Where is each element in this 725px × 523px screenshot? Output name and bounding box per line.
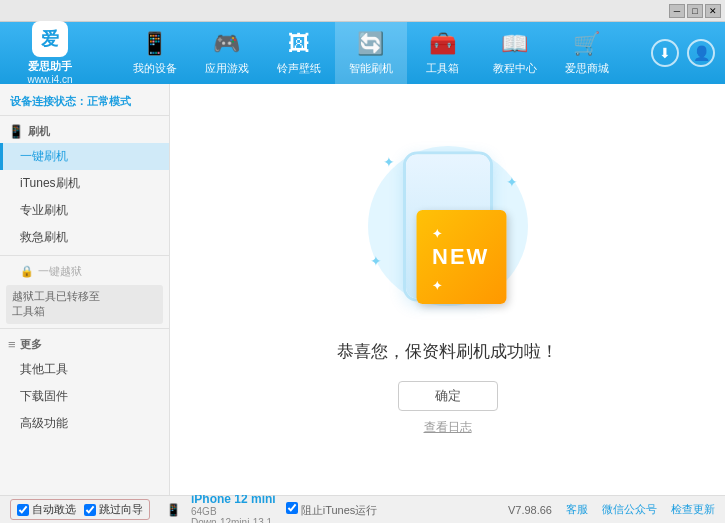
device-icon: 📱 [166, 503, 181, 517]
ringtones-icon: 🖼 [288, 31, 310, 57]
itunes-status: 阻止iTunes运行 [286, 502, 378, 518]
nav-toolbox-label: 工具箱 [426, 61, 459, 76]
nav-my-device-label: 我的设备 [133, 61, 177, 76]
sidebar-item-advanced[interactable]: 高级功能 [0, 410, 169, 437]
jailbreak-label: 一键越狱 [38, 264, 82, 279]
sidebar-item-save-flash[interactable]: 救急刷机 [0, 224, 169, 251]
user-button[interactable]: 👤 [687, 39, 715, 67]
status-value: 正常模式 [87, 95, 131, 107]
device-info-group: 📱 iPhone 12 mini 64GB Down-12mini-13.1 [166, 492, 276, 524]
flash-section-label: 刷机 [28, 124, 50, 139]
weibo-store-icon: 🛒 [573, 31, 600, 57]
wechat-link[interactable]: 微信公众号 [602, 502, 657, 517]
sparkle-3: ✦ [370, 253, 382, 269]
flash-section-header: 📱 刷机 [0, 120, 169, 143]
itunes-checkbox[interactable] [286, 502, 298, 514]
logo-name: 爱思助手 [28, 59, 72, 74]
nav-ringtones[interactable]: 🖼 铃声壁纸 [263, 22, 335, 84]
skip-wizard-checkbox[interactable] [84, 504, 96, 516]
skip-wizard-checkbox-label[interactable]: 跳过向导 [84, 502, 143, 517]
sidebar-divider-2 [0, 328, 169, 329]
more-section-label: 更多 [20, 337, 42, 352]
sidebar-item-download-firmware[interactable]: 下载固件 [0, 383, 169, 410]
skip-wizard-label: 跳过向导 [99, 502, 143, 517]
logo-icon: 爱 [32, 21, 68, 57]
nav-apps-games-label: 应用游戏 [205, 61, 249, 76]
bottom-bar: 自动敢选 跳过向导 📱 iPhone 12 mini 64GB Down-12m… [0, 495, 725, 523]
nav-tutorial-label: 教程中心 [493, 61, 537, 76]
auto-jump-checkbox-label[interactable]: 自动敢选 [17, 502, 76, 517]
content-area: 📱 ✦ ✦ ✦ NEW 恭喜您，保资料刷机成功啦！ 确定 查看日志 [170, 84, 725, 495]
auto-jump-label: 自动敢选 [32, 502, 76, 517]
sidebar-item-one-click-flash[interactable]: 一键刷机 [0, 143, 169, 170]
download-button[interactable]: ⬇ [651, 39, 679, 67]
itunes-label: 阻止iTunes运行 [301, 504, 378, 516]
nav-smart-flash[interactable]: 🔄 智能刷机 [335, 22, 407, 84]
more-section-header: ≡ 更多 [0, 333, 169, 356]
header: 爱 爱思助手 www.i4.cn 📱 我的设备 🎮 应用游戏 🖼 铃声壁纸 🔄 … [0, 22, 725, 84]
device-status: 设备连接状态：正常模式 [0, 90, 169, 116]
sidebar-item-pro-flash[interactable]: 专业刷机 [0, 197, 169, 224]
nav-bar: 📱 我的设备 🎮 应用游戏 🖼 铃声壁纸 🔄 智能刷机 🧰 工具箱 📖 教程中心… [90, 22, 651, 84]
device-info: iPhone 12 mini 64GB Down-12mini-13.1 [191, 492, 276, 524]
window-controls[interactable]: ─ □ ✕ [669, 4, 721, 18]
smart-flash-icon: 🔄 [357, 31, 384, 57]
sidebar-divider-1 [0, 255, 169, 256]
version-text: V7.98.66 [508, 504, 552, 516]
title-bar: ─ □ ✕ [0, 0, 725, 22]
main-layout: 设备连接状态：正常模式 📱 刷机 一键刷机 iTunes刷机 专业刷机 救急刷机… [0, 84, 725, 495]
nav-toolbox[interactable]: 🧰 工具箱 [407, 22, 479, 84]
auto-jump-checkbox[interactable] [17, 504, 29, 516]
sidebar: 设备连接状态：正常模式 📱 刷机 一键刷机 iTunes刷机 专业刷机 救急刷机… [0, 84, 170, 495]
success-illustration: 📱 ✦ ✦ ✦ NEW [358, 144, 538, 324]
sparkle-2: ✦ [506, 174, 518, 190]
checkbox-group: 自动敢选 跳过向导 [10, 499, 150, 520]
maximize-button[interactable]: □ [687, 4, 703, 18]
sparkle-1: ✦ [383, 154, 395, 170]
sidebar-item-itunes-flash[interactable]: iTunes刷机 [0, 170, 169, 197]
jailbreak-section-header: 🔒 一键越狱 [0, 260, 169, 283]
view-daily-link[interactable]: 查看日志 [424, 419, 472, 436]
header-right-controls: ⬇ 👤 [651, 39, 715, 67]
nav-smart-flash-label: 智能刷机 [349, 61, 393, 76]
tutorial-icon: 📖 [501, 31, 528, 57]
logo: 爱 爱思助手 www.i4.cn [10, 21, 90, 85]
apps-games-icon: 🎮 [213, 31, 240, 57]
sidebar-item-other-tools[interactable]: 其他工具 [0, 356, 169, 383]
nav-my-device[interactable]: 📱 我的设备 [119, 22, 191, 84]
nav-weibo-store[interactable]: 🛒 爱思商城 [551, 22, 623, 84]
minimize-button[interactable]: ─ [669, 4, 685, 18]
nav-weibo-store-label: 爱思商城 [565, 61, 609, 76]
customer-service-link[interactable]: 客服 [566, 502, 588, 517]
my-device-icon: 📱 [141, 31, 168, 57]
more-section-icon: ≡ [8, 337, 16, 352]
bottom-right: V7.98.66 客服 微信公众号 检查更新 [508, 502, 715, 517]
logo-char: 爱 [41, 27, 59, 51]
lock-icon: 🔒 [20, 265, 34, 278]
jailbreak-note: 越狱工具已转移至工具箱 [6, 285, 163, 324]
success-message: 恭喜您，保资料刷机成功啦！ [337, 340, 558, 363]
new-badge: NEW [416, 210, 506, 304]
check-update-link[interactable]: 检查更新 [671, 502, 715, 517]
nav-ringtones-label: 铃声壁纸 [277, 61, 321, 76]
nav-apps-games[interactable]: 🎮 应用游戏 [191, 22, 263, 84]
close-button[interactable]: ✕ [705, 4, 721, 18]
nav-tutorial[interactable]: 📖 教程中心 [479, 22, 551, 84]
confirm-button[interactable]: 确定 [398, 381, 498, 411]
device-firmware: Down-12mini-13.1 [191, 517, 276, 524]
flash-section-icon: 📱 [8, 124, 24, 139]
status-label: 设备连接状态： [10, 95, 87, 107]
device-storage: 64GB [191, 506, 276, 517]
toolbox-icon: 🧰 [429, 31, 456, 57]
